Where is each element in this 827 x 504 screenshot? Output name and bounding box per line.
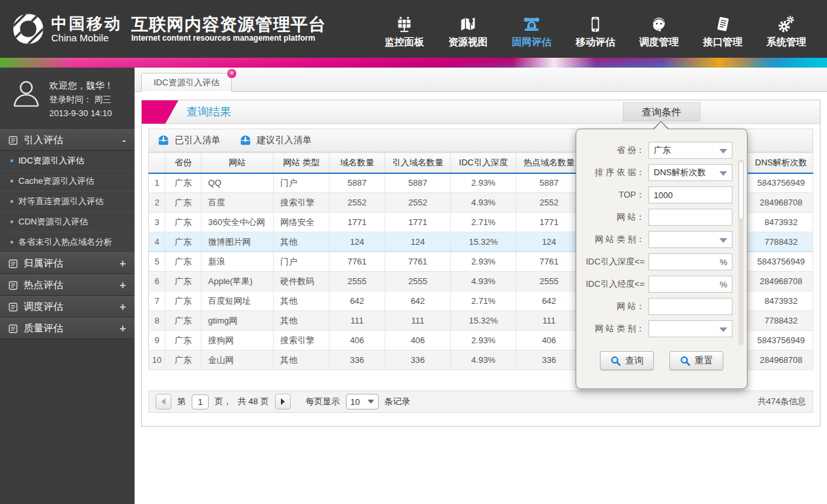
bullet-icon	[11, 220, 13, 223]
col-header[interactable]: DNS解析次数	[750, 153, 813, 173]
form-row-website-type: 网 站 类 别：	[576, 228, 747, 251]
suggested-list-button[interactable]: 建议引入清单	[239, 135, 312, 147]
per-page-select[interactable]: 10	[346, 394, 379, 410]
col-header[interactable]: 域名数量	[329, 153, 385, 173]
brand-name-cn: 中国移动	[51, 15, 122, 32]
col-header[interactable]: 省份	[165, 153, 201, 173]
button-label: 查询	[626, 355, 644, 367]
top-nav: 监控面板 资源视图	[364, 9, 827, 49]
cell: 5887	[517, 173, 582, 193]
cell: 其他	[274, 291, 329, 311]
cell: 7788432	[750, 232, 813, 252]
province-select[interactable]: 广东	[648, 142, 732, 159]
cell: 124	[385, 232, 451, 252]
cell: 5887	[385, 173, 451, 193]
cell: 搜索引擎	[274, 193, 329, 213]
menu-group-dispatch-eval[interactable]: 调度评估 +	[0, 296, 135, 318]
sidebar-item-cdn-import-eval[interactable]: CDN资源引入评估	[0, 212, 135, 232]
col-header[interactable]: 网站	[201, 153, 274, 173]
platform-subtitle: Internet content resources management pl…	[131, 33, 326, 43]
form-row-idc-breadth: IDC引入经度<= %	[576, 273, 747, 295]
menu-group-label: 引入评估	[24, 134, 63, 146]
next-page-button[interactable]	[275, 394, 291, 410]
close-icon[interactable]: ×	[226, 68, 237, 79]
col-header[interactable]: IDC引入深度	[451, 153, 517, 173]
cell: 5843756949	[750, 331, 813, 350]
prev-page-button[interactable]	[156, 394, 171, 410]
side-menu: 引入评估 - IDC资源引入评估 Cache资源引入评估 对等直连资源引入评估	[0, 129, 135, 339]
website-type-select-2[interactable]	[648, 320, 732, 337]
menu-group-quality-eval[interactable]: 质量评估 +	[0, 318, 135, 339]
nav-item-interface-mgmt[interactable]: 接口管理	[699, 9, 746, 49]
col-header[interactable]: 热点域名数量	[517, 153, 582, 173]
sort-by-select[interactable]: DNS解析次数	[648, 164, 732, 181]
cell: 8473932	[750, 213, 813, 232]
top-input[interactable]: 1000	[648, 186, 732, 203]
login-time-label: 登录时间： 周三	[49, 93, 114, 106]
operator-icon	[649, 9, 669, 34]
sidebar-item-hot-domain-analysis[interactable]: 各省未引入热点域名分析	[0, 232, 135, 253]
expand-icon[interactable]: +	[119, 279, 126, 292]
collapse-icon[interactable]: -	[122, 134, 126, 147]
expand-icon[interactable]: +	[119, 301, 126, 314]
telephone-icon	[521, 9, 542, 34]
col-header[interactable]: 引入域名数量	[385, 153, 451, 173]
sidebar-item-label: CDN资源引入评估	[18, 216, 88, 228]
cell: 284968708	[750, 350, 813, 370]
website-type-select[interactable]	[648, 231, 732, 248]
cell: 5887	[329, 173, 385, 193]
nav-item-label: 调度管理	[639, 36, 679, 49]
cell: 2555	[329, 272, 385, 291]
total-records-info: 共474条信息	[757, 396, 806, 408]
query-conditions-popup: 省 份： 广东 排 序 依 据： DNS解析次数 TOP： 1000	[576, 129, 748, 389]
expand-icon[interactable]: +	[119, 257, 126, 270]
chevron-down-icon	[719, 171, 727, 176]
idc-depth-input[interactable]: %	[648, 253, 732, 270]
expand-icon[interactable]: +	[119, 322, 126, 335]
menu-group-hotspot-eval[interactable]: 热点评估 +	[0, 274, 135, 296]
nav-item-label: 资源视图	[448, 36, 488, 49]
form-row-province: 省 份： 广东	[576, 139, 747, 161]
cell: 15.32%	[451, 232, 517, 252]
cell: 2.93%	[451, 252, 517, 272]
nav-item-label: 系统管理	[767, 36, 806, 49]
screen: 中国移动 China Mobile 互联网内容资源管理平台 Internet c…	[0, 0, 827, 504]
cell: Apple(苹果)	[201, 272, 274, 291]
nav-item-monitor-dashboard[interactable]: 监控面板	[381, 9, 428, 49]
cell: 2552	[385, 193, 451, 213]
col-header[interactable]: 网站 类型	[274, 153, 329, 173]
cell: 其他	[274, 350, 329, 370]
nav-item-fixed-network-eval[interactable]: 固网评估	[508, 9, 555, 49]
chevron-down-icon	[719, 149, 727, 154]
nav-item-resource-view[interactable]: 资源视图	[444, 9, 492, 49]
cell: 2.93%	[451, 173, 517, 193]
idc-breadth-input[interactable]: %	[648, 276, 732, 293]
field-label: IDC引入深度<=	[576, 256, 648, 268]
per-page-suffix: 条记录	[385, 396, 410, 408]
cell: 3	[149, 213, 165, 232]
menu-group-import-eval[interactable]: 引入评估 -	[0, 129, 135, 151]
cell: 百度短网址	[201, 291, 274, 311]
cell: 336	[517, 350, 582, 370]
sidebar-item-cache-import-eval[interactable]: Cache资源引入评估	[0, 171, 135, 192]
imported-list-button[interactable]: 已引入清单	[157, 135, 221, 147]
query-conditions-button[interactable]: 查询条件	[623, 102, 700, 121]
menu-group-ownership-eval[interactable]: 归属评估 +	[0, 253, 135, 274]
website-input[interactable]	[648, 209, 732, 226]
nav-item-system-mgmt[interactable]: 系统管理	[763, 9, 810, 49]
nav-item-dispatch-mgmt[interactable]: 调度管理	[635, 9, 683, 49]
reset-button[interactable]: 重置	[669, 351, 723, 370]
website-input-2[interactable]	[648, 298, 732, 315]
page-number-input[interactable]: 1	[192, 394, 209, 410]
pink-flag-decoration	[142, 100, 179, 124]
cell: 336	[385, 350, 451, 370]
tab-idc-import-eval[interactable]: IDC资源引入评估 ×	[141, 73, 232, 92]
scrollbar-thumb[interactable]	[738, 161, 744, 220]
nav-item-mobile-eval[interactable]: 移动评估	[572, 9, 619, 49]
nav-item-label: 接口管理	[703, 36, 742, 49]
sidebar-item-peer-import-eval[interactable]: 对等直连资源引入评估	[0, 192, 135, 212]
panel-title: 查询结果	[186, 104, 231, 119]
popup-scrollbar[interactable]	[738, 159, 744, 345]
search-button[interactable]: 查询	[600, 351, 654, 370]
sidebar-item-idc-import-eval[interactable]: IDC资源引入评估	[0, 151, 135, 171]
